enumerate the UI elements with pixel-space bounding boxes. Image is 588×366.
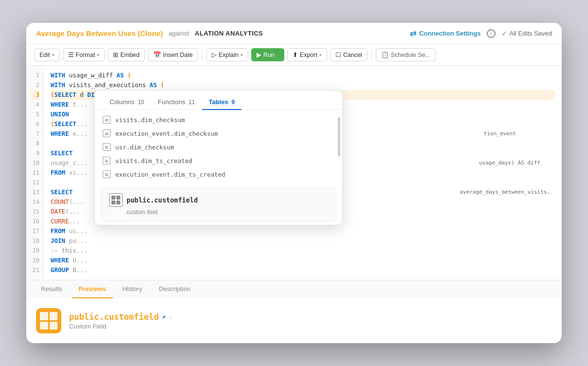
table-card[interactable]: public.customfield custom field — [101, 187, 336, 222]
run-caret-icon: ▾ — [276, 53, 279, 57]
info-icon-button[interactable]: i — [487, 29, 496, 38]
editor-area: 123 456789 101112131415 161718192021 WIT… — [26, 66, 562, 280]
run-button[interactable]: ▶ Run ▾ — [251, 48, 284, 61]
external-link-icon[interactable]: ↗ — [162, 313, 165, 320]
bottom-tab-bar: Results Previews History Description — [26, 280, 562, 298]
list-item[interactable]: ▤ visits.dim_ts_created — [95, 154, 342, 167]
column-icon: ▤ — [103, 129, 110, 137]
table-card-name: public.customfield — [127, 196, 198, 204]
column-icon: ▤ — [103, 143, 110, 151]
cancel-button[interactable]: ☐ Cancel — [330, 48, 368, 61]
preview-section: public.customfield ↗ ☆ Custom Field — [26, 298, 562, 343]
star-icon[interactable]: ☆ — [168, 313, 172, 321]
embed-icon: ⊞ — [113, 51, 118, 58]
tab-tables[interactable]: Tables 9 — [202, 95, 242, 110]
explain-label: Explain — [219, 52, 239, 58]
connection-settings-label: Connection Settings — [419, 30, 480, 37]
list-item[interactable]: ▤ execution_event.dim_checksum — [95, 127, 342, 140]
line-numbers: 123 456789 101112131415 161718192021 — [26, 66, 44, 280]
list-item[interactable]: ▤ usr.dim_checksum — [95, 140, 342, 154]
table-card-header: public.customfield — [109, 193, 328, 207]
tab-history[interactable]: History — [116, 280, 149, 298]
edit-caret-icon: ▾ — [52, 53, 55, 57]
run-icon: ▶ — [257, 51, 261, 58]
cancel-label: Cancel — [343, 52, 362, 58]
autocomplete-tab-bar: Columns 10 Functions 11 Tables 9 — [95, 91, 342, 110]
code-line-2: WITH visits_and_executions AS ( — [51, 80, 555, 90]
toolbar-separator-1 — [202, 49, 202, 61]
page-title: Average Days Between Uses (Clone) — [36, 29, 163, 37]
connection-settings-button[interactable]: ⇄ Connection Settings — [410, 29, 480, 38]
tab-columns[interactable]: Columns 10 — [103, 95, 151, 110]
autocomplete-dropdown: Columns 10 Functions 11 Tables 9 ▤ visit… — [94, 90, 343, 225]
toolbar-separator-2 — [371, 49, 372, 61]
format-button[interactable]: ☰ Format ▾ — [63, 48, 105, 61]
column-icon: ▤ — [103, 116, 110, 124]
preview-subtitle: Custom Field — [69, 323, 173, 330]
all-edits-label: All Edits Saved — [510, 30, 552, 37]
edit-label: Edit — [39, 52, 50, 58]
app-window: Average Days Between Uses (Clone) agains… — [26, 23, 562, 343]
preview-table-icon — [36, 308, 61, 333]
format-caret-icon: ▾ — [97, 53, 99, 57]
embed-button[interactable]: ⊞ Embed — [108, 48, 145, 61]
tab-results[interactable]: Results — [34, 280, 69, 298]
table-card-description: custom field — [127, 209, 328, 216]
export-icon: ⬆ — [293, 51, 298, 58]
tab-description[interactable]: Description — [152, 280, 197, 298]
toolbar: Edit ▾ ☰ Format ▾ ⊞ Embed 📅 Insert Date … — [26, 44, 562, 66]
insert-date-label: Insert Date — [163, 52, 193, 58]
autocomplete-list: ▤ visits.dim_checksum ▤ execution_event.… — [95, 110, 342, 184]
code-line-19: -- this... — [51, 246, 555, 256]
column-icon: ▤ — [103, 157, 110, 165]
table-icon — [109, 193, 123, 207]
list-item[interactable]: ▤ execution_event.dim_ts_created — [95, 167, 342, 181]
column-icon: ▤ — [103, 170, 110, 178]
cancel-icon: ☐ — [335, 51, 341, 58]
run-label: Run — [263, 52, 275, 58]
icon-cell-1 — [40, 312, 48, 320]
schedule-button[interactable]: 📋 Schedule Se... — [376, 48, 436, 61]
preview-table-name: public.customfield ↗ ☆ — [69, 312, 173, 322]
code-line-21: GROUP B... — [51, 265, 555, 275]
schedule-label: Schedule Se... — [391, 52, 430, 58]
icon-cell-4 — [50, 322, 58, 330]
against-label: against — [168, 30, 189, 37]
embed-label: Embed — [120, 52, 140, 58]
check-icon: ✓ — [501, 30, 507, 37]
insert-date-button[interactable]: 📅 Insert Date — [148, 48, 198, 61]
code-line-20: WHERE U... — [51, 256, 555, 265]
export-label: Export — [300, 52, 317, 58]
code-line-18: JOIN pu... — [51, 236, 555, 246]
format-icon: ☰ — [68, 51, 74, 58]
format-label: Format — [76, 52, 95, 58]
preview-info: public.customfield ↗ ☆ Custom Field — [69, 312, 173, 330]
tab-functions[interactable]: Functions 11 — [151, 95, 202, 110]
icon-cell-3 — [40, 322, 48, 330]
header-bar: Average Days Between Uses (Clone) agains… — [26, 23, 562, 44]
code-line-1: WITH usage_w_diff AS ( — [51, 71, 555, 80]
edit-button[interactable]: Edit ▾ — [34, 49, 60, 61]
list-item[interactable]: ▤ visits.dim_checksum — [95, 113, 342, 127]
tab-previews[interactable]: Previews — [72, 280, 112, 298]
db-name: ALATION ANALYTICS — [195, 30, 263, 37]
calendar-icon: 📅 — [153, 51, 161, 58]
icon-cell-2 — [50, 312, 58, 320]
export-caret-icon: ▾ — [319, 53, 322, 57]
connection-icon: ⇄ — [410, 29, 416, 38]
explain-button[interactable]: ▷ Explain ▾ — [206, 48, 248, 61]
explain-icon: ▷ — [212, 51, 217, 58]
explain-caret-icon: ▾ — [240, 53, 243, 57]
all-edits-status: ✓ All Edits Saved — [501, 30, 552, 37]
export-button[interactable]: ⬆ Export ▾ — [287, 48, 327, 61]
code-line-17: FROM us... — [51, 226, 555, 236]
autocomplete-scrollbar[interactable] — [338, 117, 340, 156]
schedule-icon: 📋 — [381, 51, 389, 58]
